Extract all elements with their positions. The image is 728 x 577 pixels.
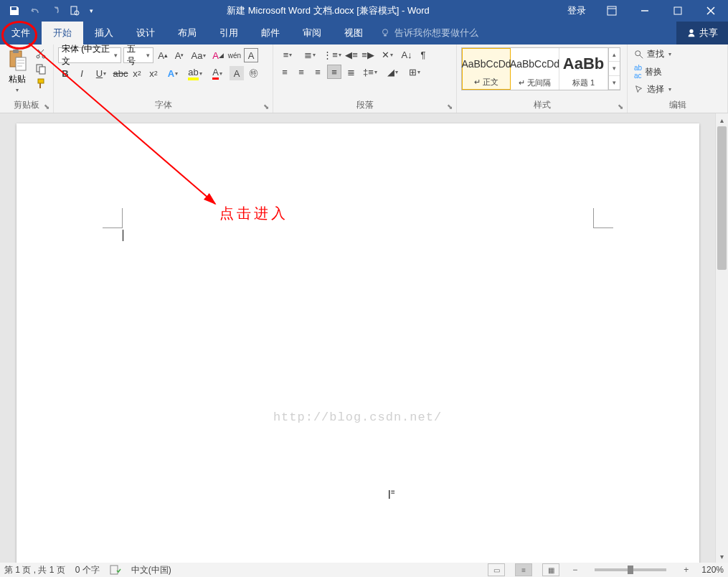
copy-button[interactable] <box>33 62 49 75</box>
italic-button[interactable]: I <box>75 66 89 80</box>
text-effects-button[interactable]: A▾ <box>163 66 183 80</box>
style-normal[interactable]: AaBbCcDd ↵ 正文 <box>462 48 511 90</box>
annotation-text: 点击进入 <box>219 204 288 223</box>
tab-references[interactable]: 引用 <box>208 22 250 44</box>
print-layout-button[interactable]: ≡ <box>515 563 532 576</box>
chevron-down-icon[interactable]: ▾ <box>609 62 620 75</box>
phonetic-guide-button[interactable]: wén <box>227 48 242 62</box>
bold-button[interactable]: B <box>58 66 72 80</box>
shrink-font-button[interactable]: A▾ <box>172 48 186 62</box>
numbering-button[interactable]: ≣▾ <box>300 47 320 62</box>
paste-button[interactable]: 粘贴 ▾ <box>4 47 30 95</box>
subscript-button[interactable]: x2 <box>130 66 144 80</box>
maximize-button[interactable] <box>663 0 692 22</box>
font-name-combo[interactable]: 宋体 (中文正文▾ <box>58 47 121 63</box>
tab-design[interactable]: 设计 <box>125 22 166 44</box>
svg-rect-2 <box>608 6 616 15</box>
tell-me-search[interactable]: 告诉我你想要做什么 <box>374 22 676 44</box>
clear-format-button[interactable]: A◢ <box>211 48 225 62</box>
vertical-scrollbar[interactable]: ▴ ▾ <box>715 113 728 563</box>
share-button[interactable]: 共享 <box>676 22 728 44</box>
increase-indent-button[interactable]: ≡▶ <box>361 47 375 62</box>
chevron-up-icon[interactable]: ▴ <box>609 48 620 62</box>
tab-file[interactable]: 文件 <box>0 22 42 44</box>
save-button[interactable] <box>6 2 23 19</box>
font-size-combo[interactable]: 五号▾ <box>123 47 153 63</box>
style-gallery-scroll[interactable]: ▴ ▾ ▾ <box>608 48 620 90</box>
paragraph-launcher[interactable]: ⬊ <box>445 101 455 111</box>
tab-home[interactable]: 开始 <box>42 22 83 44</box>
web-layout-button[interactable]: ▦ <box>542 563 559 576</box>
close-button[interactable] <box>696 0 725 22</box>
highlight-button[interactable]: ab▾ <box>185 66 205 80</box>
ribbon: 粘贴 ▾ 剪贴板 ⬊ 宋体 (中文正文▾ 五号▾ A▴ A▾ Aa▾ A◢ wé… <box>0 44 728 113</box>
zoom-slider-handle[interactable] <box>628 566 633 574</box>
undo-button[interactable] <box>26 2 43 19</box>
ribbon-display-button[interactable] <box>597 0 626 22</box>
font-launcher[interactable]: ⬊ <box>261 101 271 111</box>
cut-button[interactable] <box>33 47 49 60</box>
style-gallery[interactable]: AaBbCcDd ↵ 正文 AaBbCcDd ↵ 无间隔 AaBb 标题 1 ▴… <box>461 47 620 90</box>
tab-layout[interactable]: 布局 <box>166 22 208 44</box>
print-preview-button[interactable] <box>66 2 83 19</box>
style-no-spacing[interactable]: AaBbCcDd ↵ 无间隔 <box>511 48 559 90</box>
superscript-button[interactable]: x2 <box>146 66 161 80</box>
tab-mailings[interactable]: 邮件 <box>250 22 291 44</box>
document-page[interactable]: http://blog.csdn.net/ I≡ <box>16 123 699 563</box>
qat-customize-dropdown[interactable]: ▾ <box>86 2 96 19</box>
replace-button[interactable]: abac 替换 <box>632 63 664 80</box>
clipboard-launcher[interactable]: ⬊ <box>42 101 52 111</box>
char-border-button[interactable]: A <box>244 48 258 62</box>
scroll-up-button[interactable]: ▴ <box>716 113 728 126</box>
tab-review[interactable]: 审阅 <box>291 22 333 44</box>
align-right-button[interactable]: ≡ <box>311 65 325 79</box>
minimize-button[interactable] <box>630 0 659 22</box>
margin-corner-tl <box>103 208 123 228</box>
char-shading-button[interactable]: A <box>230 66 244 80</box>
justify-button[interactable]: ≡ <box>327 65 341 79</box>
scroll-thumb[interactable] <box>717 126 727 270</box>
language-status[interactable]: 中文(中国) <box>131 564 171 576</box>
underline-button[interactable]: U▾ <box>91 66 111 80</box>
spellcheck-icon[interactable] <box>110 565 121 575</box>
shading-button[interactable]: ◢▾ <box>382 65 402 79</box>
svg-point-5 <box>689 29 693 33</box>
scroll-track[interactable] <box>716 126 728 550</box>
show-marks-button[interactable]: ¶ <box>416 47 430 62</box>
enclose-char-button[interactable]: ㊕ <box>246 66 260 80</box>
word-count[interactable]: 0 个字 <box>75 564 100 576</box>
bullets-button[interactable]: ≡▾ <box>278 47 298 62</box>
page-count[interactable]: 第 1 页 , 共 1 页 <box>4 564 65 576</box>
title-bar: ▾ 新建 Microsoft Word 文档.docx [兼容模式] - Wor… <box>0 0 728 22</box>
zoom-out-button[interactable]: − <box>569 565 580 575</box>
zoom-in-button[interactable]: + <box>681 565 691 575</box>
strikethrough-button[interactable]: abc <box>113 66 128 80</box>
grow-font-button[interactable]: A▴ <box>156 48 170 62</box>
style-heading1[interactable]: AaBb 标题 1 <box>559 48 608 90</box>
gallery-expand-icon[interactable]: ▾ <box>609 76 620 90</box>
styles-launcher[interactable]: ⬊ <box>615 101 625 111</box>
multilevel-button[interactable]: ⋮≡▾ <box>322 47 342 62</box>
line-spacing-button[interactable]: ‡≡▾ <box>360 65 380 79</box>
zoom-slider[interactable] <box>595 568 666 571</box>
zoom-level[interactable]: 120% <box>701 565 724 575</box>
font-color-button[interactable]: A▾ <box>207 66 227 80</box>
format-painter-button[interactable] <box>33 78 49 90</box>
borders-button[interactable]: ⊞▾ <box>405 65 425 79</box>
sort-button[interactable]: A↓ <box>400 47 414 62</box>
mouse-cursor-icon: I≡ <box>388 488 395 502</box>
read-mode-button[interactable]: ▭ <box>488 563 505 576</box>
change-case-button[interactable]: Aa▾ <box>189 48 209 62</box>
find-button[interactable]: 查找▾ <box>632 47 673 61</box>
tab-view[interactable]: 视图 <box>333 22 374 44</box>
tab-insert[interactable]: 插入 <box>83 22 125 44</box>
login-button[interactable]: 登录 <box>560 4 593 17</box>
select-button[interactable]: 选择▾ <box>632 83 673 96</box>
redo-button[interactable] <box>46 2 63 19</box>
align-center-button[interactable]: ≡ <box>294 65 308 79</box>
asian-layout-button[interactable]: ✕▾ <box>377 47 397 62</box>
scroll-down-button[interactable]: ▾ <box>716 550 728 563</box>
align-left-button[interactable]: ≡ <box>278 65 292 79</box>
distribute-button[interactable]: ≣ <box>344 65 358 79</box>
decrease-indent-button[interactable]: ◀≡ <box>344 47 359 62</box>
